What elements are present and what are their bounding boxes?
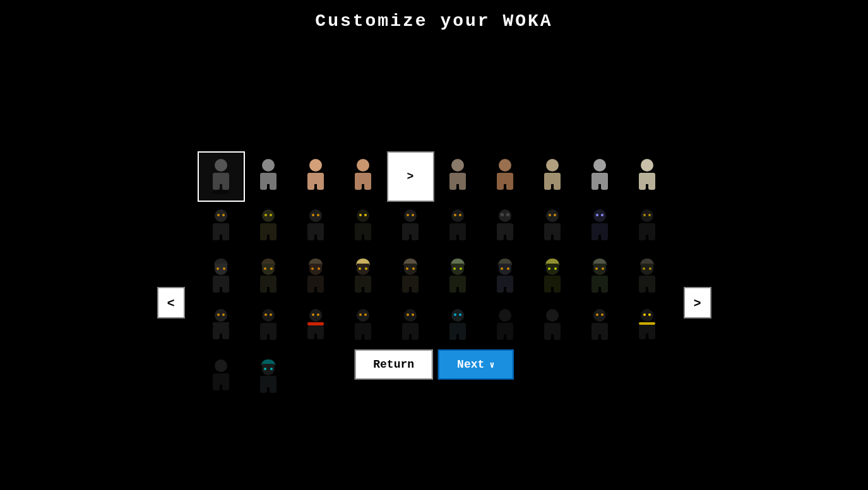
character-cell[interactable] (482, 202, 529, 252)
character-cell[interactable] (482, 252, 529, 303)
character-cell-empty (529, 353, 576, 404)
grid-next-arrow[interactable]: > (387, 151, 434, 202)
character-cell[interactable] (245, 202, 292, 252)
character-cell[interactable] (576, 151, 624, 202)
character-cell[interactable] (292, 303, 340, 353)
character-cell[interactable] (387, 303, 434, 353)
character-cell[interactable] (245, 151, 292, 202)
prev-page-arrow[interactable]: < (157, 287, 185, 318)
character-cell[interactable] (529, 202, 576, 252)
character-cell[interactable] (624, 303, 671, 353)
buttons-area: Return Next ∨ (354, 349, 513, 380)
character-grid: > (198, 151, 671, 454)
page-title: Customize your WOKA (0, 0, 868, 31)
character-cell[interactable] (292, 252, 340, 303)
character-cell[interactable] (529, 252, 576, 303)
character-cell[interactable] (529, 303, 576, 353)
character-cell[interactable] (434, 252, 482, 303)
character-cell[interactable] (529, 151, 576, 202)
character-grid-area: < (157, 151, 711, 454)
character-cell[interactable] (434, 202, 482, 252)
character-cell[interactable] (292, 151, 340, 202)
character-cell[interactable] (576, 252, 624, 303)
character-cell[interactable] (624, 151, 671, 202)
character-cell[interactable] (387, 202, 434, 252)
character-cell[interactable] (198, 303, 245, 353)
character-cell[interactable] (340, 202, 387, 252)
character-cell[interactable] (576, 303, 624, 353)
character-cell[interactable] (434, 151, 482, 202)
chevron-down-icon: ∨ (489, 359, 494, 370)
character-cell[interactable] (245, 303, 292, 353)
character-cell[interactable] (340, 303, 387, 353)
character-cell[interactable] (198, 151, 245, 202)
character-cell[interactable] (198, 202, 245, 252)
next-button[interactable]: Next ∨ (438, 349, 514, 380)
character-cell[interactable] (198, 353, 245, 404)
return-button[interactable]: Return (354, 349, 433, 380)
character-cell[interactable] (245, 353, 292, 404)
character-cell[interactable] (434, 303, 482, 353)
character-cell[interactable] (387, 252, 434, 303)
character-cell[interactable] (245, 252, 292, 303)
character-cell[interactable] (482, 303, 529, 353)
character-cell[interactable] (576, 202, 624, 252)
character-cell[interactable] (198, 252, 245, 303)
character-cell[interactable] (340, 151, 387, 202)
main-content: < (0, 38, 868, 490)
character-cell[interactable] (292, 202, 340, 252)
next-page-arrow[interactable]: > (684, 287, 711, 318)
character-cell[interactable] (624, 252, 671, 303)
next-button-label: Next (457, 358, 484, 371)
character-cell-empty (292, 353, 340, 404)
character-cell[interactable] (624, 202, 671, 252)
character-cell[interactable] (340, 252, 387, 303)
character-cell[interactable] (482, 151, 529, 202)
